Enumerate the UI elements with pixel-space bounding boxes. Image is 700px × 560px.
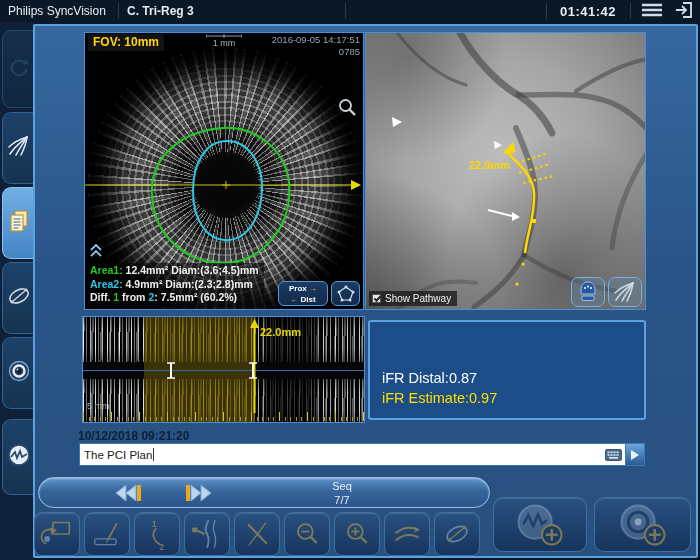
segment-length-label: 22.0mm	[260, 326, 301, 338]
ibeam-marker-right[interactable]	[249, 363, 257, 378]
sidebar-tab-refresh[interactable]	[2, 30, 35, 108]
refresh-icon	[8, 56, 30, 82]
waveform-add-icon	[494, 497, 586, 552]
top-bar: Philips SyncVision C. Tri-Reg 3 01:41:42	[0, 0, 700, 22]
ellipse-measure-button[interactable]	[434, 512, 480, 556]
white-pointer-head	[512, 212, 520, 221]
distance-arrow	[250, 319, 259, 328]
divider	[118, 3, 119, 19]
device-overlay-button[interactable]	[571, 277, 605, 307]
collapse-chevrons-icon[interactable]	[89, 243, 103, 261]
show-pathway-toggle[interactable]: Show Pathway	[369, 291, 457, 306]
longitudinal-ivus-panel[interactable]: 22.0mm 5 mm	[82, 316, 365, 423]
menu-button[interactable]	[638, 0, 666, 22]
note-input-row: The PCI Plan	[79, 443, 645, 466]
exit-button[interactable]	[670, 0, 698, 22]
keyboard-button[interactable]	[601, 444, 625, 465]
acquisition-datetime: 2016-09-05 14:17:51	[272, 34, 360, 46]
patient-name: C. Tri-Reg 3	[127, 0, 194, 22]
note-timestamp: 10/12/2018 09:21:20	[78, 429, 189, 443]
ellipse-measure-icon	[7, 284, 31, 312]
hamburger-icon	[641, 3, 663, 20]
screen-transfer-icon	[38, 516, 76, 552]
checkbox-checked-icon[interactable]	[372, 294, 381, 303]
white-pointer-line	[488, 210, 512, 216]
next-sequence-button[interactable]	[184, 483, 214, 507]
left-arrow-icon: ←	[290, 295, 298, 304]
area2-line: Area2: 4.9mm² Diam:(2.3;2.8)mm	[90, 278, 259, 292]
ifr-distal-value: 0.87	[449, 370, 477, 386]
catheter-button[interactable]	[184, 512, 230, 556]
ifr-results-panel: iFR Distal:0.87 iFR Estimate:0.97	[368, 320, 646, 420]
area2-value: 4.9mm² Diam:(2.3;2.8)mm	[126, 278, 253, 290]
play-arrow-icon	[631, 450, 639, 460]
sequence-value: 7/7	[307, 494, 377, 508]
frame-number: 0785	[272, 46, 360, 58]
sidebar-tab-measure[interactable]	[2, 262, 35, 334]
prox-dist-button[interactable]: Prox → ← Dist	[278, 281, 328, 306]
pathway-dot	[521, 262, 524, 265]
contour-points-icon	[336, 285, 356, 303]
sweep-button[interactable]	[384, 512, 430, 556]
lumen-contour-cyan[interactable]	[193, 141, 262, 240]
previous-sequence-button[interactable]	[113, 483, 143, 507]
vessel-contour-green[interactable]	[152, 128, 290, 263]
screen-transfer-button[interactable]	[34, 512, 80, 556]
ibeam-marker-left[interactable]	[167, 363, 175, 378]
center-marker	[222, 181, 230, 189]
skip-forward-icon	[184, 483, 214, 503]
scale-ruler: 1 mm	[206, 34, 242, 48]
sidebar-tab-physiology[interactable]	[2, 419, 35, 495]
vessel-branches-icon	[613, 280, 637, 304]
submit-note-button[interactable]	[625, 444, 644, 465]
sidebar-tab-ivus[interactable]	[2, 337, 35, 409]
bookmark-markers-button[interactable]: 12	[134, 512, 180, 556]
area1-value: 12.4mm² Diam:(3.6;4.5)mm	[126, 264, 259, 276]
diff-line: Diff. 1 from 2: 7.5mm² (60.2%)	[90, 291, 259, 305]
vessel-view-button[interactable]	[608, 277, 642, 307]
magnifier-icon[interactable]	[337, 97, 357, 121]
text-caret	[153, 448, 154, 461]
ild-scale-label: 5 mm	[87, 401, 110, 411]
sidebar-tab-vessel[interactable]	[2, 112, 35, 184]
measurement-stats: Area1: 12.4mm² Diam:(3.6;4.5)mm Area2: 4…	[87, 263, 264, 307]
exit-door-icon	[675, 2, 693, 21]
ifr-estimate-line: iFR Estimate:0.97	[382, 390, 497, 406]
pathway-start-arrow	[503, 142, 516, 154]
zoom-out-button[interactable]	[284, 512, 330, 556]
ivus-add-icon	[595, 497, 690, 552]
sidebar-tab-reports[interactable]	[2, 187, 35, 259]
ivus-panel[interactable]: FOV: 10mm 1 mm 2016-09-05 14:17:51 0785 …	[84, 32, 364, 310]
pathway-dot	[515, 282, 518, 285]
divider	[630, 3, 631, 19]
scale-label: 1 mm	[213, 38, 236, 48]
angio-panel[interactable]: 22.0mm Show Pathway	[365, 32, 646, 310]
add-ivus-recording-button[interactable]	[594, 497, 691, 552]
ifr-estimate-label: iFR Estimate:	[382, 390, 469, 406]
pathway-bend-marker	[532, 219, 536, 223]
acquisition-info: 2016-09-05 14:17:51 0785	[272, 34, 360, 58]
angio-overlay: 22.0mm	[366, 33, 646, 310]
skip-back-icon	[113, 483, 143, 503]
keyboard-icon	[605, 449, 622, 461]
stent-device-icon	[576, 280, 600, 304]
crossing-lines-button[interactable]	[234, 512, 280, 556]
show-pathway-label: Show Pathway	[385, 293, 451, 304]
zoom-out-icon	[288, 516, 326, 552]
note-input[interactable]: The PCI Plan	[80, 444, 601, 465]
divider	[345, 3, 346, 19]
zoom-in-button[interactable]	[334, 512, 380, 556]
ifr-distal-label: iFR Distal:	[382, 370, 449, 386]
svg-text:1: 1	[152, 520, 157, 529]
waveform-icon	[7, 443, 31, 471]
table-marker-button[interactable]	[84, 512, 130, 556]
ellipse-measure-icon	[438, 516, 476, 552]
disc-icon	[7, 359, 31, 387]
add-pressure-recording-button[interactable]	[493, 497, 587, 552]
area1-line: Area1: 12.4mm² Diam:(3.6;4.5)mm	[90, 264, 259, 278]
fov-label: FOV: 10mm	[88, 34, 164, 51]
table-marker-icon	[88, 516, 126, 552]
catheter-vessel-icon	[188, 516, 226, 552]
contour-edit-button[interactable]	[331, 281, 360, 306]
documents-icon	[7, 209, 31, 237]
